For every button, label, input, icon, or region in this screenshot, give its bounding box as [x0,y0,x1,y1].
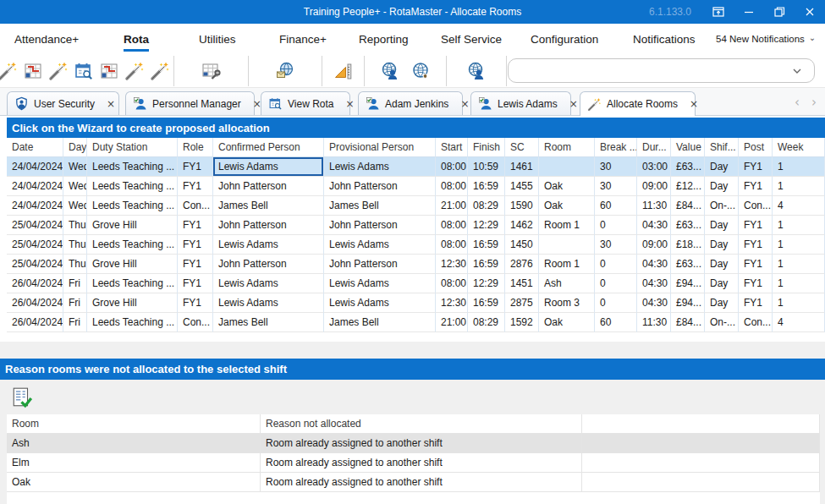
column-header-finish[interactable]: Finish [468,138,505,157]
table-cell[interactable]: Fri [63,274,87,293]
calendar-search-button[interactable] [74,61,94,81]
set-square-button[interactable] [333,61,353,81]
table-cell[interactable]: FY1 [739,235,773,255]
table-cell[interactable]: Thu [63,255,87,274]
table-cell[interactable]: Room 1 [539,255,595,274]
table-cell[interactable]: FY1 [739,293,773,313]
table-cell[interactable]: 04:30 [637,216,671,235]
table-cell[interactable]: 16:59 [468,177,505,196]
table-cell[interactable]: 12:30 [436,293,468,313]
table-cell[interactable]: Lewis Adams [213,157,324,177]
tab-allocate-rooms[interactable]: Allocate Rooms× [580,91,696,116]
table-cell[interactable]: Oak [7,473,261,492]
table-cell[interactable]: James Bell [213,313,324,332]
table-cell[interactable]: 10:59 [468,157,505,177]
tab-user-security[interactable]: User Security× [7,91,119,115]
table-cell[interactable]: 1 [773,293,825,313]
table-cell[interactable]: 0 [595,255,637,274]
table-cell[interactable]: FY1 [739,177,773,196]
table-cell[interactable]: John Patterson [213,177,324,196]
globe-network-button[interactable] [410,61,431,81]
table-cell[interactable]: 04:30 [637,274,671,293]
table-cell[interactable]: 08:00 [436,274,468,293]
table-cell[interactable]: FY1 [739,255,773,274]
table-cell[interactable]: Leeds Teaching ... [87,274,178,293]
table-cell[interactable]: Leeds Teaching ... [87,177,178,196]
table-cell[interactable]: 0 [595,216,637,235]
tab-close-icon[interactable]: × [690,98,698,110]
search-input[interactable] [509,65,790,77]
table-row[interactable]: 26/04/2024FriLeeds Teaching ...FY1Lewis … [7,274,825,293]
table-cell[interactable]: 09:00 [637,177,671,196]
table-cell[interactable]: £94... [671,293,705,313]
table-cell[interactable]: 08:29 [468,196,505,216]
table-cell[interactable]: FY1 [178,157,213,177]
table-cell[interactable]: Con... [739,313,773,332]
column-header-date[interactable]: Date [7,138,63,157]
tab-close-icon[interactable]: × [460,98,469,110]
table-cell[interactable]: 08:29 [468,313,505,332]
table-cell[interactable]: Leeds Teaching ... [87,157,178,177]
table-row[interactable]: 24/04/2024WedLeeds Teaching ...FY1John P… [7,177,825,196]
table-cell[interactable]: Con... [178,196,213,216]
tab-close-icon[interactable]: × [569,98,578,110]
table-cell[interactable]: On-... [705,313,739,332]
chevron-left-icon[interactable]: ‹ [795,95,800,110]
table-cell[interactable] [539,157,595,177]
column-header-post[interactable]: Post [739,138,773,157]
table-cell[interactable]: £84... [671,196,705,216]
column-header-shif[interactable]: Shif... [705,138,739,157]
table-cell[interactable]: 08:00 [436,157,468,177]
tab-close-icon[interactable]: × [107,98,115,110]
table-cell[interactable]: 1 [773,216,825,235]
tab-view-rota[interactable]: View Rota× [261,91,350,115]
table-cell[interactable]: 16:59 [468,293,505,313]
menu-item-notifications[interactable]: Notifications [633,24,696,54]
table-cell[interactable]: John Patterson [213,216,324,235]
table-cell[interactable]: 60 [595,313,637,332]
table-cell[interactable]: 24/04/2024 [7,157,63,177]
table-row[interactable]: 25/04/2024ThuGrove HillFY1John Patterson… [7,255,825,274]
table-cell[interactable]: £12... [671,177,705,196]
table-cell[interactable]: Day [705,255,739,274]
table-cell[interactable]: Lewis Adams [324,274,436,293]
table-row[interactable]: 26/04/2024FriLeeds Teaching ...Con...Jam… [7,313,825,332]
table-cell[interactable]: Day [705,235,739,255]
chevron-right-icon[interactable]: › [811,95,817,110]
table-cell[interactable]: 1455 [505,177,539,196]
table-cell[interactable] [582,453,820,473]
minimize-icon[interactable] [742,5,756,19]
wand-button[interactable] [124,61,145,81]
table-cell[interactable]: 24/04/2024 [7,196,63,216]
table-cell[interactable]: £63... [671,255,705,274]
table-cell[interactable]: Oak [539,196,595,216]
table-cell[interactable]: Lewis Adams [324,157,436,177]
dock-window-icon[interactable] [712,5,725,19]
reasons-report-button[interactable] [11,386,33,408]
menu-item-attendance[interactable]: Attendance+ [14,24,79,54]
column-header-break[interactable]: Break ... [595,138,637,157]
table-cell[interactable]: 03:00 [637,157,671,177]
table-cell[interactable]: 11:30 [637,313,671,332]
table-cell[interactable]: 1592 [505,313,539,332]
close-icon[interactable] [803,5,817,19]
table-cell[interactable]: Wed [63,157,87,177]
table-cell[interactable]: £18... [671,235,705,255]
table-cell[interactable]: 12:30 [436,255,468,274]
column-header-value[interactable]: Value [671,138,705,157]
table-cell[interactable]: 1 [773,274,825,293]
table-cell[interactable]: 1462 [505,216,539,235]
table-row[interactable]: ElmRoom already assigned to another shif… [7,453,820,473]
table-cell[interactable]: Lewis Adams [213,293,324,313]
table-cell[interactable]: Thu [63,235,87,255]
table-cell[interactable]: Leeds Teaching ... [87,235,178,255]
table-cell[interactable]: FY1 [178,177,213,196]
table-cell[interactable]: 1 [773,177,825,196]
table-cell[interactable]: Lewis Adams [324,235,436,255]
table-cell[interactable]: Wed [63,196,87,216]
table-cell[interactable]: 21:00 [436,196,468,216]
table-cell[interactable]: John Patterson [324,177,436,196]
globe-user-button[interactable] [466,61,487,81]
table-cell[interactable]: 2875 [505,293,539,313]
table-cell[interactable]: Lewis Adams [324,293,436,313]
